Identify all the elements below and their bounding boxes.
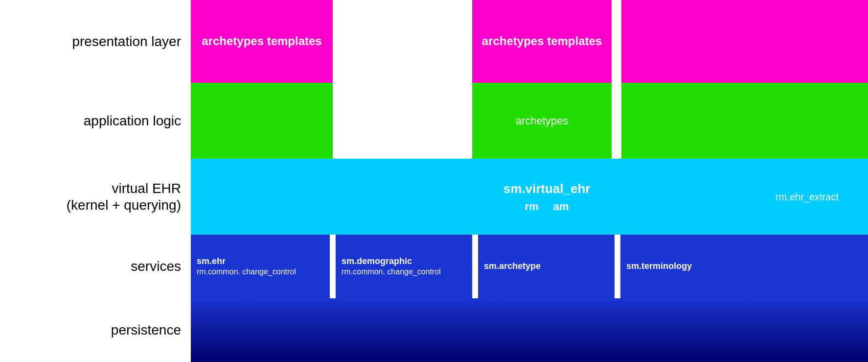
applogic-gap-1 (333, 83, 472, 159)
persistence-layer-label: persistence (0, 298, 191, 362)
presentation-gap-1 (333, 0, 472, 83)
sm-virtual-ehr-label: sm.virtual_ehr (503, 181, 591, 196)
architecture-diagram: presentation layer application logic vir… (0, 0, 868, 362)
sm-archetype-block: sm.archetype (478, 235, 617, 298)
am-label: am (553, 200, 569, 213)
applogic-green-block-3 (621, 83, 868, 159)
applogic-green-block-1 (191, 83, 333, 159)
presentation-layer-label: presentation layer (0, 0, 191, 83)
archetypes-templates-block-1: archetypes templates (191, 0, 333, 83)
applogic-layer-label: application logic (0, 83, 191, 159)
archetypes-templates-block-2: archetypes templates (472, 0, 612, 83)
applogic-gap-2 (612, 83, 621, 159)
sm-ehr-block: sm.ehr rm.common. change_control (191, 235, 333, 298)
virtual-content-area: sm.virtual_ehr rm am rm.ehr_extract (191, 159, 868, 235)
applogic-row: archetypes (191, 83, 868, 159)
sm-terminology-block: sm.terminology (620, 235, 868, 298)
content-area: archetypes templates archetypes template… (191, 0, 868, 362)
virtual-layer-label: virtual EHR (kernel + querying) (0, 159, 191, 235)
virtual-sub-labels: rm am (525, 200, 569, 213)
presentation-gap-2 (612, 0, 621, 83)
rm-ehr-extract-label: rm.ehr_extract (776, 191, 839, 202)
presentation-row: archetypes templates archetypes template… (191, 0, 868, 83)
persistence-row (191, 298, 868, 362)
layer-labels: presentation layer application logic vir… (0, 0, 191, 362)
archetypes-templates-block-3 (621, 0, 868, 83)
sm-demographic-block: sm.demographic rm.common. change_control (336, 235, 475, 298)
rm-label: rm (525, 200, 539, 213)
services-row: sm.ehr rm.common. change_control sm.demo… (191, 235, 868, 298)
services-layer-label: services (0, 235, 191, 298)
archetypes-block: archetypes (472, 83, 612, 159)
virtual-row: sm.virtual_ehr rm am rm.ehr_extract (191, 159, 868, 235)
